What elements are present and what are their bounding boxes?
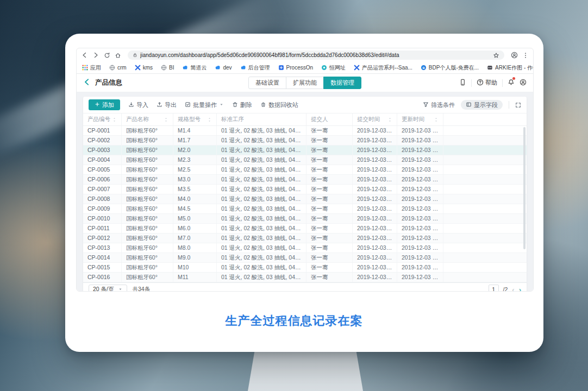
sort-icon[interactable]	[434, 117, 439, 122]
cell-process: 01 退火, 02 酸洗, 03 抽线, 04 成型, 05 搓牙, 06 热.…	[217, 204, 306, 213]
table-row[interactable]: CP-0006国标粗牙60°M3.001 退火, 02 酸洗, 03 抽线, 0…	[83, 175, 527, 185]
bookmark-label: BI	[169, 65, 174, 71]
bookmark-item[interactable]: 恒网址	[321, 63, 346, 73]
table-row[interactable]: CP-0009国标粗牙60°M4.501 退火, 02 酸洗, 03 抽线, 0…	[83, 204, 527, 214]
cell-filler	[443, 175, 527, 184]
cell-name: 国标粗牙60°	[122, 165, 173, 174]
tab-2[interactable]: 扩展功能	[286, 77, 324, 89]
bookmark-item[interactable]: dev	[215, 63, 232, 73]
cell-model: M1.7	[173, 136, 217, 145]
globe-favicon-icon	[161, 63, 167, 73]
bookmark-label: kms	[143, 65, 153, 71]
table-row[interactable]: CP-0014国标粗牙60°M9.001 退火, 02 酸洗, 03 抽线, 0…	[83, 253, 527, 263]
mobile-preview-icon[interactable]	[459, 78, 466, 88]
back-chevron-icon[interactable]	[83, 78, 91, 88]
tab-3[interactable]: 数据管理	[323, 77, 361, 89]
cell-submit_time: 2019-12-03 19:06:17	[353, 204, 397, 213]
table-row[interactable]: CP-0013国标粗牙60°M8.001 退火, 02 酸洗, 03 抽线, 0…	[83, 243, 527, 253]
bookmark-item[interactable]: 应用	[82, 63, 101, 73]
cell-submitter: 张一骞	[306, 185, 353, 194]
cell-filler	[443, 126, 527, 135]
notifications-button[interactable]	[508, 78, 515, 88]
cell-model: M5.0	[173, 214, 217, 223]
import-button[interactable]: 导入	[128, 101, 148, 109]
url-text: jiandaoyun.com/dashboard/app/5de5d06cde9…	[140, 52, 399, 58]
column-header-id[interactable]: 产品编号	[83, 113, 122, 125]
prev-page-button[interactable]: ‹	[512, 286, 514, 292]
home-icon[interactable]	[115, 52, 121, 59]
table-row[interactable]: CP-0016国标粗牙60°M1101 退火, 02 酸洗, 03 抽线, 04…	[83, 273, 527, 282]
next-page-button[interactable]: ›	[519, 286, 521, 292]
bookmark-item[interactable]: 产品运营系列--Saa...	[354, 63, 412, 73]
recycle-bin-button[interactable]: 数据回收站	[260, 101, 298, 109]
page-body: 添加 导入 导出 批量操作	[77, 92, 533, 292]
cell-id: CP-0002	[83, 136, 122, 145]
sort-icon[interactable]	[164, 117, 168, 122]
forward-icon[interactable]	[92, 52, 99, 59]
table-row[interactable]: CP-0005国标粗牙60°M2.501 退火, 02 酸洗, 03 抽线, 0…	[83, 165, 527, 175]
table-row[interactable]: CP-0004国标粗牙60°M2.301 退火, 02 酸洗, 03 抽线, 0…	[83, 155, 527, 165]
back-icon[interactable]	[81, 52, 88, 59]
cell-update_time: 2019-12-03 19:06:17	[397, 263, 443, 272]
bookmark-star-icon[interactable]	[493, 52, 499, 59]
filter-button[interactable]: 筛选条件	[423, 101, 455, 109]
account-icon[interactable]	[520, 78, 527, 88]
cell-process: 01 退火, 02 酸洗, 03 抽线, 04 成型, 05 搓牙, 06 热.…	[217, 165, 306, 174]
tab-1[interactable]: 基础设置	[248, 77, 286, 89]
cell-id: CP-0011	[83, 224, 122, 233]
bookmark-item[interactable]: 后台管理	[240, 63, 270, 73]
add-button[interactable]: 添加	[89, 99, 120, 110]
table-row[interactable]: CP-0003国标粗牙60°M2.001 退火, 02 酸洗, 03 抽线, 0…	[83, 146, 527, 155]
table-row[interactable]: CP-0015国标粗牙60°M1001 退火, 02 酸洗, 03 抽线, 04…	[83, 263, 527, 273]
cell-id: CP-0016	[83, 273, 122, 282]
bookmark-item[interactable]: ProcessOn	[278, 63, 313, 73]
bookmark-item[interactable]: crm	[109, 63, 127, 73]
fullscreen-icon[interactable]	[515, 102, 521, 108]
current-page-box[interactable]: 1	[489, 285, 499, 292]
table-row[interactable]: CP-0012国标粗牙60°M7.001 退火, 02 酸洗, 03 抽线, 0…	[83, 234, 527, 243]
refresh-icon[interactable]	[104, 52, 110, 59]
cell-model: M3.5	[173, 185, 217, 194]
browser-menu-icon[interactable]	[522, 52, 529, 59]
cell-id: CP-0003	[83, 146, 122, 155]
monitor: jiandaoyun.com/dashboard/app/5de5d06cde9…	[65, 34, 543, 352]
vertical-scrollbar[interactable]	[523, 127, 526, 249]
column-header-submit_time[interactable]: 提交时间	[353, 113, 397, 125]
cell-submit_time: 2019-12-03 19:06:17	[353, 194, 397, 204]
table-row[interactable]: CP-0001国标粗牙60°M1.401 退火, 02 酸洗, 03 抽线, 0…	[83, 126, 527, 136]
bookmark-label: 产品运营系列--Saa...	[362, 64, 412, 72]
sort-icon[interactable]	[387, 117, 392, 122]
bookmark-item[interactable]: ARKIE作图 - 作个...	[487, 63, 533, 73]
cell-process: 01 退火, 02 酸洗, 03 抽线, 04 成型, 05 搓牙, 06 热.…	[217, 224, 306, 233]
cell-model: M2.5	[173, 165, 217, 174]
delete-button[interactable]: 删除	[232, 101, 252, 109]
export-button[interactable]: 导出	[157, 101, 177, 109]
cell-update_time: 2019-12-03 19:06:17	[397, 126, 443, 135]
table-row[interactable]: CP-0011国标粗牙60°M6.001 退火, 02 酸洗, 03 抽线, 0…	[83, 224, 527, 234]
cell-submitter: 张一骞	[306, 136, 353, 145]
table-body: CP-0001国标粗牙60°M1.401 退火, 02 酸洗, 03 抽线, 0…	[83, 126, 527, 282]
bookmark-item[interactable]: BI	[161, 63, 174, 73]
help-button[interactable]: 帮助	[477, 79, 497, 87]
bookmark-item[interactable]: 简道云	[182, 63, 207, 73]
column-header-model[interactable]: 规格型号	[173, 113, 217, 125]
column-header-name[interactable]: 产品名称	[122, 113, 173, 125]
page-size-select[interactable]: 20 条/页	[89, 285, 127, 292]
bookmark-item[interactable]: kms	[135, 63, 153, 73]
bookmark-item[interactable]: BBDP个人版-免费在...	[421, 63, 479, 73]
show-fields-button[interactable]: 显示字段	[461, 100, 503, 110]
sort-icon[interactable]	[112, 117, 117, 122]
table-row[interactable]: CP-0010国标粗牙60°M5.001 退火, 02 酸洗, 03 抽线, 0…	[83, 214, 527, 224]
sort-icon[interactable]	[207, 117, 212, 122]
profile-avatar-icon[interactable]	[511, 52, 518, 59]
address-bar[interactable]: jiandaoyun.com/dashboard/app/5de5d06cde9…	[128, 51, 504, 60]
cell-name: 国标粗牙60°	[122, 185, 173, 194]
cell-filler	[443, 136, 527, 145]
column-header-update_time[interactable]: 更新时间	[397, 113, 443, 125]
table-row[interactable]: CP-0002国标粗牙60°M1.701 退火, 02 酸洗, 03 抽线, 0…	[83, 136, 527, 146]
cell-filler	[443, 194, 527, 204]
batch-actions-button[interactable]: 批量操作	[185, 101, 224, 109]
table-row[interactable]: CP-0007国标粗牙60°M3.501 退火, 02 酸洗, 03 抽线, 0…	[83, 185, 527, 194]
table-row[interactable]: CP-0008国标粗牙60°M4.001 退火, 02 酸洗, 03 抽线, 0…	[83, 194, 527, 204]
cell-model: M1.4	[173, 126, 217, 135]
